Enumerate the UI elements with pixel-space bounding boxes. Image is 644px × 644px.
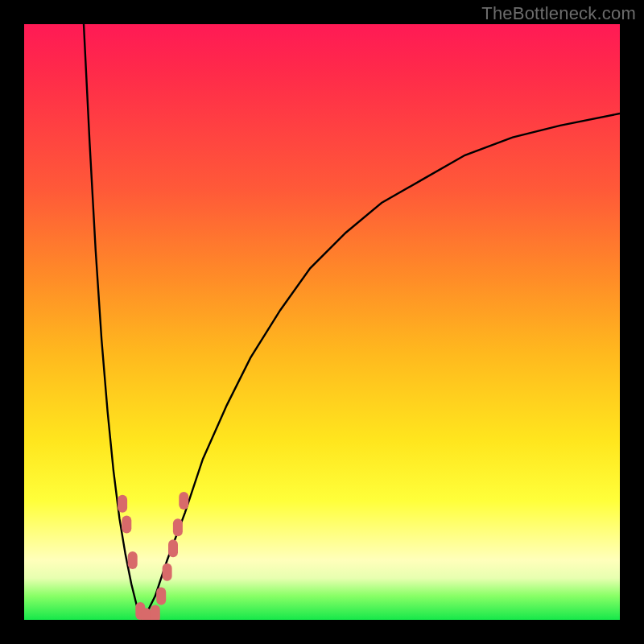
marker-point — [168, 539, 178, 557]
marker-point — [179, 492, 188, 510]
marker-point — [118, 495, 127, 513]
marker-point — [156, 587, 166, 605]
marker-point — [173, 518, 183, 536]
plot-area — [24, 24, 620, 620]
watermark-text: TheBottleneck.com — [481, 3, 636, 24]
marker-point — [142, 608, 151, 620]
curve-left-branch — [84, 24, 143, 620]
marker-point — [128, 551, 138, 569]
marker-point — [151, 605, 160, 620]
curve-group — [84, 24, 620, 620]
outer-frame: TheBottleneck.com — [0, 0, 644, 644]
marker-point — [122, 516, 131, 534]
bottleneck-curve-svg — [24, 24, 620, 620]
marker-point — [163, 564, 172, 581]
curve-right-branch — [143, 114, 620, 620]
